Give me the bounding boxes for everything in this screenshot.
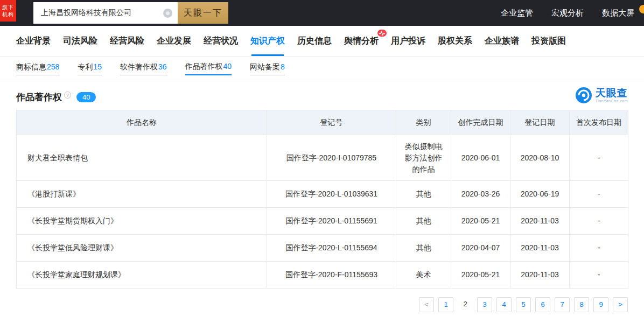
work-category: 其他 <box>396 235 451 262</box>
work-finish-date: 2020-06-01 <box>451 135 510 181</box>
subtab-works-copyright-count: 40 <box>223 62 232 71</box>
tianyancha-logo: 天眼查 TianYanCha.com <box>575 87 628 104</box>
corner-avatar-icon[interactable] <box>639 5 644 13</box>
topbar-links: 企业监管 宏观分析 数据大屏 <box>501 8 634 18</box>
work-category: 其他 <box>396 208 451 235</box>
subtab-patent-count: 15 <box>93 62 102 71</box>
subtab-software-copyright[interactable]: 软件著作权36 <box>120 62 167 75</box>
section-title: 作品著作权 <box>16 91 62 103</box>
table-row: 《长投学堂低风险理财课》 国作登字-2020-L-01155694 其他 202… <box>17 235 628 262</box>
subtab-trademark-label: 商标信息 <box>16 62 46 71</box>
work-first-publish: - <box>570 181 628 208</box>
col-header-reg-no: 登记号 <box>267 110 396 135</box>
work-reg-date: 2020-11-03 <box>510 235 570 262</box>
pagination: < 1 2 3 4 5 6 7 8 9 > <box>16 289 628 312</box>
work-first-publish: - <box>570 262 628 289</box>
content-area: 作品著作权 ? 40 天眼查 TianYanCha.com 作品名称 登记号 类… <box>0 81 644 312</box>
page-button-4[interactable]: 4 <box>496 297 512 312</box>
page-button-5[interactable]: 5 <box>516 297 531 312</box>
camera-icon[interactable] <box>163 9 172 18</box>
subtab-patent[interactable]: 专利15 <box>78 62 102 75</box>
col-header-work-name: 作品名称 <box>17 110 267 135</box>
page-button-7[interactable]: 7 <box>555 297 570 312</box>
work-first-publish: - <box>570 208 628 235</box>
page-button-9[interactable]: 9 <box>593 297 608 312</box>
brand-badge-line2: 机构 <box>2 11 14 18</box>
page-button-1[interactable]: 1 <box>438 297 453 312</box>
search-input-value[interactable]: 上海昌投网络科技有限公司 <box>41 8 163 18</box>
work-finish-date: 2020-05-21 <box>451 262 510 289</box>
work-name: 《长投学堂低风险理财课》 <box>17 235 267 262</box>
work-name: 财犬君全职表情包 <box>17 135 267 181</box>
pulse-badge-icon <box>377 30 387 37</box>
work-first-publish: - <box>570 135 628 181</box>
tab-company-development[interactable]: 企业发展 <box>157 26 191 56</box>
tab-public-opinion[interactable]: 舆情分析 <box>344 26 379 56</box>
link-macro-analysis[interactable]: 宏观分析 <box>551 8 584 18</box>
tab-judicial-risk[interactable]: 司法风险 <box>63 26 97 56</box>
work-reg-date: 2020-11-03 <box>510 262 570 289</box>
subtab-patent-label: 专利 <box>78 62 93 71</box>
work-reg-date: 2020-06-19 <box>510 181 570 208</box>
link-enterprise-supervision[interactable]: 企业监管 <box>501 8 533 18</box>
col-header-finish-date: 创作完成日期 <box>451 110 510 135</box>
work-finish-date: 2020-04-07 <box>451 235 510 262</box>
subtab-website-record[interactable]: 网站备案8 <box>250 62 285 75</box>
work-category: 类似摄制电影方法创作的作品 <box>396 135 451 181</box>
page-button-3[interactable]: 3 <box>477 297 492 312</box>
work-reg-no: 国作登字-2020-F-01155693 <box>267 262 396 289</box>
work-name: 《长投学堂期货期权入门》 <box>17 208 267 235</box>
tab-enterprise-genealogy[interactable]: 企业族谱 <box>485 26 519 56</box>
work-reg-no: 国作登字-2020-L-01155694 <box>267 235 396 262</box>
help-icon[interactable]: ? <box>64 92 71 99</box>
tab-business-risk[interactable]: 经营风险 <box>110 26 144 56</box>
subtab-website-record-label: 网站备案 <box>250 62 280 71</box>
work-finish-date: 2020-03-26 <box>451 181 510 208</box>
page-button-8[interactable]: 8 <box>574 297 589 312</box>
work-name: 《长投学堂家庭理财规划课》 <box>17 262 267 289</box>
subtab-website-record-count: 8 <box>281 62 285 71</box>
subtab-works-copyright[interactable]: 作品著作权40 <box>185 62 232 75</box>
tab-user-complaints[interactable]: 用户投诉 <box>391 26 425 56</box>
table-row: 《长投学堂期货期权入门》 国作登字-2020-L-01155691 其他 202… <box>17 208 628 235</box>
table-row: 《港股打新课》 国作登字-2020-L-01039631 其他 2020-03-… <box>17 181 628 208</box>
tab-intellectual-property[interactable]: 知识产权 <box>250 26 285 56</box>
page-button-6[interactable]: 6 <box>535 297 550 312</box>
search-button[interactable]: 天眼一下 <box>178 2 228 24</box>
col-header-category: 类别 <box>396 110 451 135</box>
tab-business-status[interactable]: 经营状况 <box>204 26 238 56</box>
main-nav-tabs: 企业背景 司法风险 经营风险 企业发展 经营状况 知识产权 历史信息 舆情分析 … <box>0 26 644 57</box>
table-row: 财犬君全职表情包 国作登字-2020-I-01079785 类似摄制电影方法创作… <box>17 135 628 181</box>
work-category: 美术 <box>396 262 451 289</box>
work-reg-date: 2020-08-10 <box>510 135 570 181</box>
page-next-button[interactable]: > <box>613 297 628 312</box>
brand-badge-line1: 旗下 <box>2 4 14 11</box>
tab-public-opinion-label: 舆情分析 <box>344 36 379 47</box>
subtab-software-copyright-label: 软件著作权 <box>120 62 158 71</box>
work-first-publish: - <box>570 235 628 262</box>
logo-name: 天眼查 <box>596 88 628 98</box>
work-finish-date: 2020-05-21 <box>451 208 510 235</box>
subtab-trademark-info[interactable]: 商标信息258 <box>16 62 59 75</box>
page-prev-button[interactable]: < <box>419 297 434 312</box>
table-header-row: 作品名称 登记号 类别 创作完成日期 登记日期 首次发布日期 <box>17 110 628 135</box>
tab-equity-relationship[interactable]: 股权关系 <box>438 26 472 56</box>
link-data-screen[interactable]: 数据大屏 <box>602 8 634 18</box>
subtab-trademark-count: 258 <box>47 62 59 71</box>
section-header: 作品著作权 ? 40 <box>16 81 628 110</box>
tab-history-info[interactable]: 历史信息 <box>297 26 332 56</box>
logo-domain: TianYanCha.com <box>596 99 628 103</box>
col-header-reg-date: 登记日期 <box>510 110 570 135</box>
brand-badge: 旗下 机构 <box>0 0 16 22</box>
work-reg-date: 2020-11-03 <box>510 208 570 235</box>
company-search-input[interactable]: 上海昌投网络科技有限公司 <box>33 2 178 24</box>
work-name: 《港股打新课》 <box>17 181 267 208</box>
page-button-2-current: 2 <box>458 297 473 312</box>
table-row: 《长投学堂家庭理财规划课》 国作登字-2020-F-01155693 美术 20… <box>17 262 628 289</box>
tab-company-background[interactable]: 企业背景 <box>16 26 51 56</box>
subtab-software-copyright-count: 36 <box>158 62 167 71</box>
subtab-works-copyright-label: 作品著作权 <box>185 62 223 71</box>
work-reg-no: 国作登字-2020-L-01039631 <box>267 181 396 208</box>
work-category: 其他 <box>396 181 451 208</box>
tab-investment-map[interactable]: 投资版图 <box>531 26 566 56</box>
